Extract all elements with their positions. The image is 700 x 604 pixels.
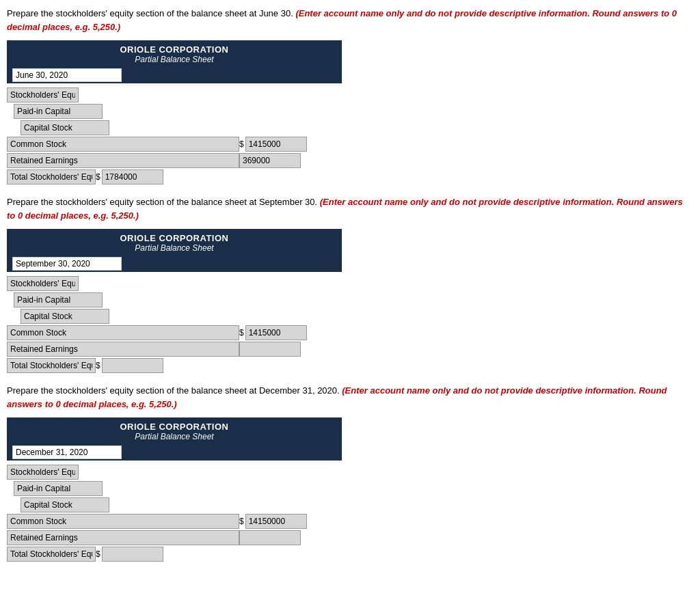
- bs1-stockholders-row: [7, 87, 342, 102]
- bs1-commonstock-label[interactable]: [7, 137, 239, 152]
- bs2-total-dollar: $: [96, 361, 100, 370]
- bs3-title: Partial Balance Sheet: [7, 432, 342, 441]
- bs3-total-dollar: $: [96, 549, 100, 559]
- bs1-date-input[interactable]: [12, 68, 122, 82]
- bs2-retainedearnings-label[interactable]: [7, 342, 239, 357]
- bs3-date-row: [7, 444, 342, 461]
- bs2-date-input[interactable]: [12, 257, 122, 271]
- bs1-date-row: [7, 67, 342, 83]
- bs2-body: $ $: [7, 272, 342, 377]
- balance-sheet-3: ORIOLE CORPORATION Partial Balance Sheet…: [7, 417, 342, 566]
- bs2-company: ORIOLE CORPORATION: [7, 233, 342, 243]
- bs1-commonstock-row: $: [7, 137, 342, 152]
- bs2-stockholders-label[interactable]: [7, 276, 79, 291]
- bs3-commonstock-row: $: [7, 514, 342, 529]
- bs3-retainedearnings-value[interactable]: [239, 530, 301, 545]
- bs2-commonstock-value[interactable]: [245, 325, 307, 340]
- bs1-capitalstock-row: [21, 120, 342, 135]
- bs1-paidin-row: [14, 104, 342, 119]
- bs1-stockholders-label[interactable]: [7, 87, 79, 102]
- bs3-total-row: $: [7, 547, 342, 562]
- bs2-total-row: $: [7, 358, 342, 373]
- bs3-retainedearnings-label[interactable]: [7, 530, 239, 545]
- bs1-retainedearnings-row: [7, 153, 342, 168]
- bs1-title: Partial Balance Sheet: [7, 55, 342, 64]
- bs2-header: ORIOLE CORPORATION Partial Balance Sheet: [7, 229, 342, 256]
- bs1-company: ORIOLE CORPORATION: [7, 44, 342, 55]
- bs1-retainedearnings-value[interactable]: [239, 153, 301, 168]
- bs2-stockholders-row: [7, 276, 342, 291]
- bs2-paidin-row: [14, 292, 342, 307]
- bs2-paidin-label[interactable]: [14, 292, 103, 307]
- bs3-retainedearnings-row: [7, 530, 342, 545]
- bs3-capitalstock-row: [21, 497, 342, 512]
- balance-sheet-2: ORIOLE CORPORATION Partial Balance Sheet…: [7, 229, 342, 377]
- bs3-company: ORIOLE CORPORATION: [7, 422, 342, 432]
- bs3-commonstock-label[interactable]: [7, 514, 239, 529]
- bs1-total-value[interactable]: [102, 169, 163, 184]
- instruction1-plain: Prepare the stockholders' equity section…: [7, 8, 295, 18]
- bs1-total-dollar: $: [96, 172, 100, 182]
- bs3-stockholders-row: [7, 465, 342, 480]
- bs1-total-label[interactable]: [7, 169, 96, 184]
- section3-instruction: Prepare the stockholders' equity section…: [7, 384, 693, 411]
- bs3-commonstock-dollar: $: [239, 517, 244, 526]
- bs2-retainedearnings-value[interactable]: [239, 342, 301, 357]
- bs1-commonstock-dollar: $: [239, 139, 244, 149]
- bs1-body: $ $: [7, 83, 342, 189]
- bs1-retainedearnings-label[interactable]: [7, 153, 239, 168]
- bs2-commonstock-row: $: [7, 325, 342, 340]
- bs2-commonstock-label[interactable]: [7, 325, 239, 340]
- bs2-commonstock-dollar: $: [239, 328, 244, 338]
- instruction2-plain: Prepare the stockholders' equity section…: [7, 197, 320, 207]
- bs2-total-value[interactable]: [102, 358, 163, 373]
- bs3-capitalstock-label[interactable]: [21, 497, 109, 512]
- bs1-paidin-label[interactable]: [14, 104, 103, 119]
- balance-sheet-1: ORIOLE CORPORATION Partial Balance Sheet…: [7, 40, 342, 189]
- bs3-date-input[interactable]: [12, 445, 122, 459]
- section2-instruction: Prepare the stockholders' equity section…: [7, 195, 693, 222]
- bs3-paidin-row: [14, 481, 342, 496]
- instruction3-plain: Prepare the stockholders' equity section…: [7, 385, 342, 396]
- bs3-header: ORIOLE CORPORATION Partial Balance Sheet: [7, 417, 342, 444]
- bs3-total-label[interactable]: [7, 547, 96, 562]
- bs1-header: ORIOLE CORPORATION Partial Balance Sheet: [7, 40, 342, 67]
- bs2-capitalstock-label[interactable]: [21, 309, 109, 324]
- bs3-commonstock-value[interactable]: [245, 514, 307, 529]
- bs1-capitalstock-label[interactable]: [21, 120, 109, 135]
- bs1-commonstock-value[interactable]: [245, 137, 307, 152]
- bs2-total-label[interactable]: [7, 358, 96, 373]
- bs2-title: Partial Balance Sheet: [7, 243, 342, 253]
- bs2-capitalstock-row: [21, 309, 342, 324]
- bs3-paidin-label[interactable]: [14, 481, 103, 496]
- bs3-body: $ $: [7, 461, 342, 566]
- bs3-stockholders-label[interactable]: [7, 465, 79, 480]
- section1-instruction: Prepare the stockholders' equity section…: [7, 7, 693, 33]
- bs2-date-row: [7, 256, 342, 272]
- bs2-retainedearnings-row: [7, 342, 342, 357]
- bs3-total-value[interactable]: [102, 547, 163, 562]
- bs1-total-row: $: [7, 169, 342, 184]
